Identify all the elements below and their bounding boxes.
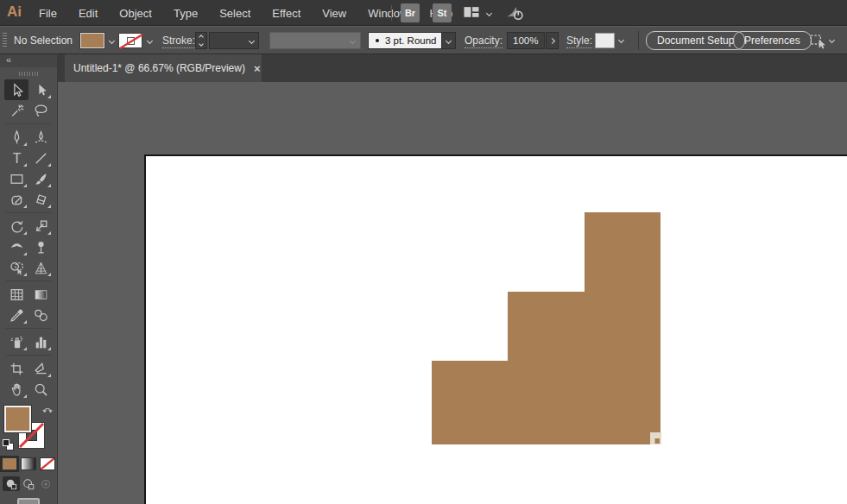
stepper-up-icon[interactable] xyxy=(199,35,204,40)
screen-mode-icon[interactable] xyxy=(17,498,40,504)
pen-tool[interactable] xyxy=(4,127,28,148)
gradient-tool[interactable] xyxy=(28,284,53,305)
menu-type[interactable]: Type xyxy=(174,7,198,20)
svg-text:T: T xyxy=(12,151,21,166)
document-tab[interactable]: Untitled-1* @ 66.67% (RGB/Preview) × xyxy=(65,54,262,82)
swap-fill-stroke-icon[interactable] xyxy=(41,405,54,415)
draw-normal-button[interactable] xyxy=(3,476,20,491)
menu-object[interactable]: Object xyxy=(119,7,152,20)
artwork-layer xyxy=(58,82,847,504)
workspace-chevron-down-icon[interactable] xyxy=(486,10,492,16)
rectangle-tool[interactable] xyxy=(4,168,28,189)
eyedropper-icon xyxy=(9,307,25,324)
magic-wand-tool[interactable] xyxy=(4,100,28,121)
artboard-tool[interactable] xyxy=(4,358,28,379)
tools-panel-collapse[interactable]: « xyxy=(0,54,57,67)
stroke-chevron-down-icon[interactable] xyxy=(147,37,153,43)
scale-tool[interactable] xyxy=(28,216,53,236)
puppet-warp-tool[interactable] xyxy=(28,236,53,257)
stock-button[interactable]: St xyxy=(433,3,452,22)
blend-icon xyxy=(33,307,49,324)
menu-effect[interactable]: Effect xyxy=(272,7,300,20)
control-bar-grip[interactable] xyxy=(3,33,7,48)
style-label[interactable]: Style: xyxy=(566,35,592,48)
gradient-mode-button[interactable] xyxy=(21,457,36,470)
symbol-sprayer-icon xyxy=(9,334,25,350)
width-tool[interactable] xyxy=(4,236,28,257)
tool-row xyxy=(4,100,53,121)
tool-group-divider xyxy=(6,280,51,281)
menu-edit[interactable]: Edit xyxy=(79,7,98,20)
slice-tool[interactable] xyxy=(28,358,53,379)
document-setup-button[interactable]: Document Setup xyxy=(646,31,745,50)
fill-color-combo[interactable] xyxy=(80,32,114,49)
selection-tool[interactable] xyxy=(4,79,28,100)
tools-panel: « T xyxy=(0,54,58,504)
stepper-down-icon[interactable] xyxy=(199,41,204,47)
mesh-tool[interactable] xyxy=(4,284,28,305)
brush-definition-combo[interactable]: 3 pt. Round xyxy=(368,32,456,49)
width-profile-dropdown[interactable] xyxy=(269,32,361,49)
tool-row xyxy=(4,331,53,352)
stroke-none-swatch[interactable] xyxy=(118,33,142,48)
stroke-weight-stepper[interactable] xyxy=(195,32,207,49)
zoom-tool[interactable] xyxy=(28,379,53,400)
rectangle-icon xyxy=(9,171,25,187)
style-chevron-down-icon[interactable] xyxy=(618,37,624,43)
paintbrush-tool[interactable] xyxy=(28,168,53,189)
column-graph-tool[interactable] xyxy=(28,331,53,352)
menu-view[interactable]: View xyxy=(322,7,346,20)
none-mode-button[interactable] xyxy=(40,457,55,470)
fill-indicator-swatch[interactable] xyxy=(4,406,31,432)
stroke-weight-field[interactable] xyxy=(209,32,259,49)
direct-selection-tool[interactable] xyxy=(28,79,53,100)
illustrator-window: Ai FileEditObjectTypeSelectEffectViewWin… xyxy=(0,0,847,504)
shaper-tool[interactable] xyxy=(4,189,28,210)
rotate-tool[interactable] xyxy=(4,216,28,236)
collapse-double-chevron-icon[interactable]: « xyxy=(6,54,10,65)
symbol-sprayer-tool[interactable] xyxy=(4,331,28,352)
stroke-label[interactable]: Stroke: xyxy=(162,35,195,48)
tool-row xyxy=(4,284,53,305)
fill-chevron-down-icon[interactable] xyxy=(109,37,115,43)
curvature-tool[interactable] xyxy=(28,127,53,148)
perspective-grid-tool[interactable] xyxy=(28,257,53,278)
lasso-tool[interactable] xyxy=(28,100,53,121)
workspace-switcher-icon[interactable] xyxy=(463,5,480,20)
tab-close-icon[interactable]: × xyxy=(254,62,261,75)
stairs-shape[interactable] xyxy=(432,212,661,444)
opacity-field[interactable]: 100% xyxy=(507,32,545,49)
select-similar-chevron-icon[interactable] xyxy=(829,37,835,43)
eraser-icon xyxy=(33,192,49,208)
bridge-button[interactable]: Br xyxy=(401,3,420,22)
none-diagonal-icon xyxy=(119,34,143,49)
color-mode-button[interactable] xyxy=(2,457,17,470)
stroke-color-combo[interactable] xyxy=(118,32,152,49)
tool-group-divider xyxy=(6,355,51,356)
select-similar-icon[interactable] xyxy=(808,32,829,50)
brush-chevron-button[interactable] xyxy=(442,32,456,49)
preferences-button[interactable]: Preferences xyxy=(733,31,812,50)
tools-panel-grip[interactable] xyxy=(19,72,38,76)
brush-field[interactable]: 3 pt. Round xyxy=(368,32,442,49)
draw-behind-button[interactable] xyxy=(20,476,37,491)
opacity-advance-button[interactable] xyxy=(546,32,559,49)
default-fill-stroke-icon[interactable] xyxy=(3,439,14,450)
line-segment-tool[interactable] xyxy=(28,148,53,168)
shape-builder-tool[interactable] xyxy=(4,257,28,278)
opacity-label[interactable]: Opacity: xyxy=(465,35,503,48)
eyedropper-tool[interactable] xyxy=(4,305,28,325)
line-segment-icon xyxy=(33,150,49,167)
fill-color-swatch[interactable] xyxy=(80,33,104,48)
stroke-weight-chevron-icon[interactable] xyxy=(249,37,255,43)
style-swatch[interactable] xyxy=(595,33,615,48)
eraser-tool[interactable] xyxy=(28,189,53,210)
blend-tool[interactable] xyxy=(28,305,53,325)
slice-icon xyxy=(33,361,49,377)
menu-select[interactable]: Select xyxy=(219,7,250,20)
tool-grid: T xyxy=(4,79,53,400)
menu-file[interactable]: File xyxy=(39,7,57,20)
hand-tool[interactable] xyxy=(4,379,28,400)
type-tool[interactable]: T xyxy=(4,148,28,168)
gpu-performance-icon[interactable] xyxy=(505,4,526,22)
